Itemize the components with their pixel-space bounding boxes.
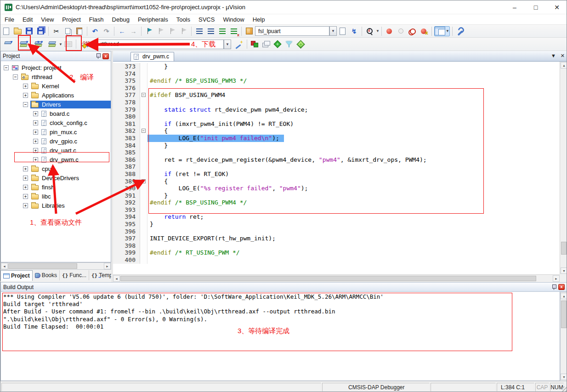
fold-collapse-icon[interactable]: − xyxy=(142,93,146,97)
tree-item-finsh[interactable]: +finsh xyxy=(1,182,111,192)
panel-tab-func[interactable]: {}Func... xyxy=(60,270,89,280)
incremental-find-icon[interactable]: ↯ xyxy=(349,26,359,36)
scroll-down-icon[interactable]: ▼ xyxy=(561,374,567,380)
toggle-bookmark-icon[interactable] xyxy=(144,26,154,36)
tree-item-drv-pwm-c[interactable]: +drv_pwm.c xyxy=(1,155,111,164)
menu-item-tools[interactable]: Tools xyxy=(172,15,194,24)
menu-item-project[interactable]: Project xyxy=(58,15,85,24)
open-file-icon[interactable] xyxy=(12,26,23,36)
unindent-icon[interactable] xyxy=(194,26,204,36)
tree-expander-icon[interactable]: + xyxy=(23,166,28,171)
tree-item-project-project[interactable]: −Project: project xyxy=(1,63,111,72)
insert-breakpoint-icon[interactable] xyxy=(384,26,395,36)
select-target-dropdown-icon[interactable]: ▼ xyxy=(224,40,231,49)
tree-expander-icon[interactable]: + xyxy=(33,139,38,144)
tree-item-libc[interactable]: +libc xyxy=(1,192,111,201)
save-all-icon[interactable] xyxy=(35,26,46,36)
tree-expander-icon[interactable]: + xyxy=(33,111,38,116)
copy-icon[interactable] xyxy=(62,26,73,36)
tree-item-kernel[interactable]: +Kernel xyxy=(1,81,111,91)
build-icon[interactable]: ▼ xyxy=(19,39,29,49)
scroll-up-icon[interactable]: ▲ xyxy=(561,293,567,299)
tree-expander-icon[interactable]: − xyxy=(13,74,18,80)
maximize-button[interactable]: □ xyxy=(525,0,546,14)
code-line-395[interactable]: 395} xyxy=(113,221,560,228)
tree-item-board-c[interactable]: +board.c xyxy=(1,109,111,118)
fold-collapse-icon[interactable]: − xyxy=(142,179,146,183)
fold-collapse-icon[interactable]: − xyxy=(142,129,146,133)
minimize-button[interactable]: – xyxy=(504,0,525,14)
tree-expander-icon[interactable]: − xyxy=(23,102,28,107)
pack-installer-icon[interactable] xyxy=(295,39,306,49)
code-line-390[interactable]: 390 LOG_E("%s register failed", "pwm4"); xyxy=(113,185,560,192)
project-tree-hscrollbar[interactable]: ◄ ► xyxy=(0,262,111,270)
manage-runtime-environment-icon[interactable] xyxy=(272,39,283,49)
menu-item-flash[interactable]: Flash xyxy=(85,15,108,24)
tree-expander-icon[interactable]: + xyxy=(33,148,38,153)
select-target-combo[interactable]: rtthread xyxy=(97,40,224,49)
menu-item-view[interactable]: View xyxy=(37,15,58,24)
tree-expander-icon[interactable]: + xyxy=(23,176,28,181)
scroll-thumb[interactable] xyxy=(120,276,536,281)
fold-margin[interactable]: − xyxy=(140,127,147,135)
code-line-388[interactable]: 388 if (ret != RT_EOK) xyxy=(113,170,560,178)
editor-vscrollbar[interactable]: ▲ ▼ xyxy=(560,62,567,274)
tree-item-drv-gpio-c[interactable]: +drv_gpio.c xyxy=(1,136,111,146)
kill-all-breakpoints-icon[interactable]: x xyxy=(419,26,429,36)
pin-icon[interactable] xyxy=(551,284,557,290)
panel-tab-project[interactable]: Project xyxy=(0,270,33,281)
code-line-391[interactable]: 391 } xyxy=(113,192,560,199)
uncomment-icon[interactable]: x xyxy=(228,26,239,36)
navigate-forward-icon[interactable]: → xyxy=(128,26,139,36)
tab-list-dropdown-icon[interactable]: ▼ xyxy=(551,53,556,59)
code-line-400[interactable]: 400 xyxy=(113,256,560,264)
fold-margin[interactable]: − xyxy=(140,91,147,99)
code-line-374[interactable]: 374 xyxy=(113,70,560,78)
resize-grip[interactable] xyxy=(561,386,567,392)
code-line-392[interactable]: 392#endif /* BSP_USING_PWM4 */ xyxy=(113,199,560,206)
disable-breakpoint-icon[interactable] xyxy=(396,26,406,36)
tree-expander-icon[interactable]: + xyxy=(33,130,38,135)
paste-icon[interactable] xyxy=(74,26,85,36)
options-for-target-icon[interactable] xyxy=(234,39,244,49)
select-software-packs-icon[interactable] xyxy=(284,39,295,49)
disable-all-breakpoints-icon[interactable] xyxy=(407,26,418,36)
translate-icon[interactable]: ▼ xyxy=(3,39,14,49)
scroll-thumb[interactable] xyxy=(561,242,567,255)
code-line-399[interactable]: 399#endif /* RT_USING_PWM */ xyxy=(113,249,560,256)
editor-hscrollbar[interactable]: ◄ ► xyxy=(113,274,560,282)
tree-expander-icon[interactable]: + xyxy=(23,93,28,98)
code-line-396[interactable]: 396 xyxy=(113,228,560,235)
scroll-left-icon[interactable]: ◄ xyxy=(1,263,8,269)
scroll-thumb[interactable] xyxy=(8,263,77,269)
debug-dropdown-icon[interactable]: ▼ xyxy=(376,29,380,33)
tree-item-rtthread[interactable]: −rtthread xyxy=(1,72,111,81)
code-line-389[interactable]: 389− { xyxy=(113,178,560,185)
project-panel-close-icon[interactable]: x xyxy=(102,53,109,59)
code-line-380[interactable]: 380 xyxy=(113,113,560,120)
cut-icon[interactable]: ✂ xyxy=(51,26,62,36)
tree-item-clock-config-c[interactable]: +clock_config.c xyxy=(1,118,111,127)
find-in-files-icon[interactable] xyxy=(244,26,255,36)
tree-expander-icon[interactable]: − xyxy=(4,65,9,70)
configure-icon[interactable] xyxy=(455,26,465,36)
code-line-378[interactable]: 378 xyxy=(113,99,560,106)
save-icon[interactable] xyxy=(24,26,34,36)
undo-icon[interactable]: ↶ xyxy=(90,26,100,36)
manage-project-items-icon[interactable] xyxy=(249,39,260,49)
scroll-thumb[interactable] xyxy=(561,301,567,328)
code-line-379[interactable]: 379 static struct rt_device_pwm pwm4_dev… xyxy=(113,106,560,114)
scroll-right-icon[interactable]: ► xyxy=(553,275,560,282)
menu-item-window[interactable]: Window xyxy=(219,15,248,24)
manage-layers-icon[interactable] xyxy=(261,39,272,49)
tree-expander-icon[interactable]: + xyxy=(23,203,28,208)
menu-item-svcs[interactable]: SVCS xyxy=(194,15,219,24)
build-output-vscrollbar[interactable]: ▲ ▼ xyxy=(560,292,567,381)
close-button[interactable]: ✕ xyxy=(546,0,567,14)
fold-margin[interactable]: − xyxy=(140,178,147,185)
pin-icon[interactable] xyxy=(96,53,101,59)
tree-expander-icon[interactable]: + xyxy=(23,185,28,190)
tree-expander-icon[interactable]: + xyxy=(33,120,38,125)
redo-icon[interactable]: ↷ xyxy=(101,26,112,36)
menu-item-help[interactable]: Help xyxy=(249,15,269,24)
